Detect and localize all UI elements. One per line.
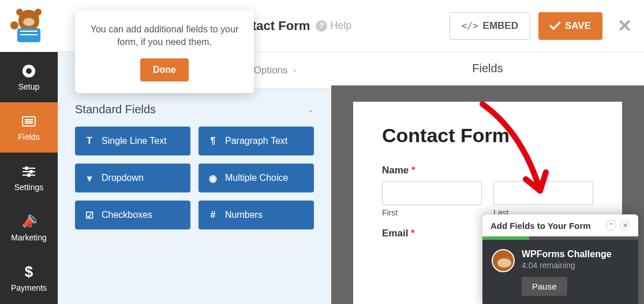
- text-icon: T: [84, 136, 95, 146]
- sidebar: Setup Fields Settings 📣 Marketing $ Paym…: [0, 52, 58, 304]
- challenge-avatar: [492, 249, 515, 272]
- embed-button[interactable]: </> EMBED: [450, 12, 530, 40]
- checkbox-icon: ☑: [84, 210, 95, 221]
- sliders-icon: [21, 164, 36, 179]
- field-dropdown[interactable]: ▾Dropdown: [75, 164, 190, 192]
- preview-header: Fields: [331, 52, 644, 86]
- last-name-input[interactable]: [493, 181, 593, 205]
- paragraph-icon: ¶: [208, 136, 218, 146]
- sidebar-item-settings[interactable]: Settings: [0, 153, 58, 203]
- radio-icon: ◉: [208, 173, 218, 184]
- chevron-right-icon: ›: [293, 66, 295, 75]
- minimize-icon[interactable]: ⌃: [606, 220, 616, 231]
- form-title[interactable]: Contact Form: [382, 125, 593, 146]
- sidebar-item-setup[interactable]: Setup: [0, 52, 58, 102]
- dollar-icon: $: [21, 265, 36, 280]
- hash-icon: #: [208, 210, 218, 220]
- tooltip-text: You can add additional fields to your fo…: [87, 23, 242, 49]
- first-name-input[interactable]: [382, 181, 482, 205]
- challenge-title: WPForms Challenge: [522, 249, 612, 259]
- wpforms-logo: [0, 10, 58, 42]
- megaphone-icon: 📣: [19, 212, 38, 231]
- save-button[interactable]: SAVE: [538, 12, 602, 40]
- field-paragraph-text[interactable]: ¶Paragraph Text: [199, 127, 314, 155]
- sidebar-item-marketing[interactable]: 📣 Marketing: [0, 203, 58, 253]
- close-button[interactable]: ✕: [616, 18, 632, 34]
- pause-button[interactable]: Pause: [522, 277, 567, 296]
- name-label: Name *: [382, 165, 593, 176]
- field-checkboxes[interactable]: ☑Checkboxes: [75, 201, 190, 229]
- header-actions: </> EMBED SAVE ✕: [450, 12, 644, 40]
- chevron-down-icon: ⌄: [308, 105, 314, 114]
- dropdown-icon: ▾: [84, 173, 95, 184]
- field-buttons: TSingle Line Text ¶Paragraph Text ▾Dropd…: [58, 127, 331, 229]
- field-multiple-choice[interactable]: ◉Multiple Choice: [199, 164, 314, 192]
- close-challenge-icon[interactable]: ✕: [620, 220, 630, 231]
- sidebar-item-fields[interactable]: Fields: [0, 102, 58, 153]
- tour-tooltip: You can add additional fields to your fo…: [75, 10, 254, 93]
- challenge-time: 4:04 remaining: [522, 261, 612, 270]
- check-icon: [549, 18, 561, 30]
- done-button[interactable]: Done: [140, 58, 189, 81]
- challenge-header[interactable]: Add Fields to Your Form ⌃ ✕: [482, 214, 638, 236]
- help-link[interactable]: ? Help: [316, 20, 351, 32]
- section-standard-fields[interactable]: Standard Fields ⌄: [58, 89, 331, 127]
- field-numbers[interactable]: #Numbers: [199, 201, 314, 229]
- first-sublabel: First: [382, 208, 482, 217]
- challenge-widget: Add Fields to Your Form ⌃ ✕ WPForms Chal…: [482, 214, 638, 304]
- field-single-line-text[interactable]: TSingle Line Text: [75, 127, 190, 155]
- sidebar-item-payments[interactable]: $ Payments: [0, 253, 58, 303]
- help-icon: ?: [316, 20, 327, 32]
- embed-icon: </>: [462, 20, 478, 31]
- gear-icon: [21, 64, 36, 79]
- fields-icon: [21, 114, 36, 129]
